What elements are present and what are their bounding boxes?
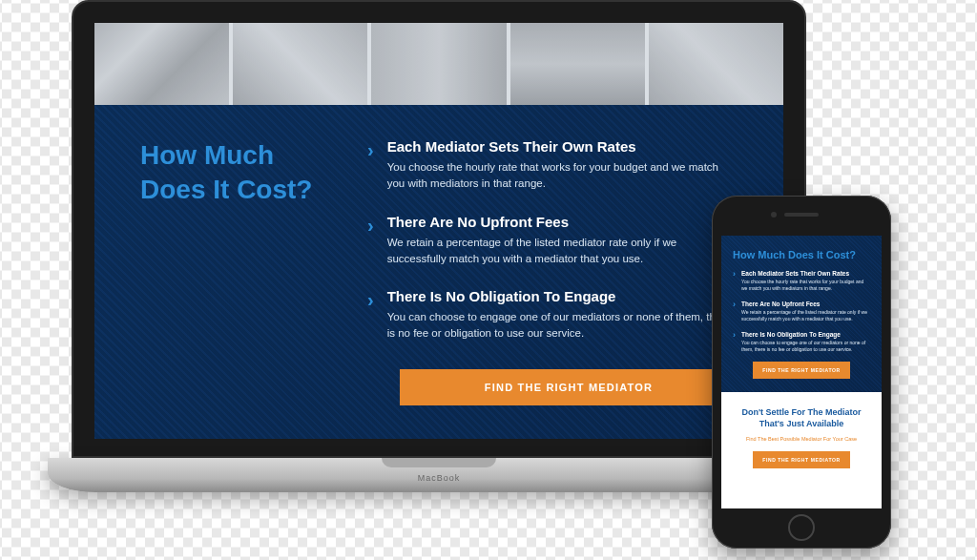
hero-image: [649, 23, 783, 105]
chevron-right-icon: ›: [367, 288, 374, 342]
hero-image-strip: [94, 23, 783, 105]
cost-item-desc: You choose the hourly rate that works fo…: [741, 279, 870, 292]
cost-item: › Each Mediator Sets Their Own Rates You…: [733, 270, 870, 292]
cost-item-desc: You can choose to engage one of our medi…: [387, 309, 738, 342]
phone-mockup: How Much Does It Cost? › Each Mediator S…: [712, 196, 891, 549]
phone-home-button[interactable]: [788, 514, 815, 541]
phone-speaker: [784, 213, 819, 217]
chevron-right-icon: ›: [733, 270, 736, 292]
cost-item: › Each Mediator Sets Their Own Rates You…: [367, 138, 738, 193]
cost-section: How Much Does It Cost? › Each Mediator S…: [94, 105, 783, 439]
chevron-right-icon: ›: [733, 331, 736, 353]
cost-item: › There Are No Upfront Fees We retain a …: [733, 301, 870, 322]
settle-subheading: Find The Best Possible Mediator For Your…: [733, 436, 870, 442]
hero-image: [371, 23, 506, 105]
laptop-mockup: How Much Does It Cost? › Each Mediator S…: [72, 0, 806, 515]
settle-heading: Don't Settle For The Mediator That's Jus…: [733, 407, 870, 429]
chevron-right-icon: ›: [733, 301, 736, 322]
find-mediator-button-mobile[interactable]: FIND THE RIGHT MEDIATOR: [753, 362, 849, 379]
cost-item-title: Each Mediator Sets Their Own Rates: [387, 138, 738, 155]
cost-item-title: There Are No Upfront Fees: [387, 214, 738, 230]
cost-item-desc: You choose the hourly rate that works fo…: [387, 159, 738, 193]
find-mediator-button-settle[interactable]: FIND THE RIGHT MEDIATOR: [753, 451, 849, 468]
chevron-right-icon: ›: [367, 214, 374, 268]
laptop-viewport: How Much Does It Cost? › Each Mediator S…: [94, 23, 783, 439]
cost-item-title: There Is No Obligation To Engage: [387, 288, 738, 304]
cost-item: › There Is No Obligation To Engage You c…: [733, 331, 870, 353]
laptop-hinge-notch: [382, 458, 496, 467]
laptop-bezel: How Much Does It Cost? › Each Mediator S…: [72, 0, 806, 458]
cost-list: › Each Mediator Sets Their Own Rates You…: [367, 138, 738, 410]
settle-section: Don't Settle For The Mediator That's Jus…: [721, 392, 882, 484]
cost-item: › There Is No Obligation To Engage You c…: [367, 288, 738, 342]
section-heading-mobile: How Much Does It Cost?: [733, 249, 870, 260]
laptop-brand-label: MacBook: [418, 473, 461, 483]
cost-section-mobile: How Much Does It Cost? › Each Mediator S…: [721, 236, 882, 392]
cost-item-title: There Is No Obligation To Engage: [741, 331, 870, 338]
phone-body: How Much Does It Cost? › Each Mediator S…: [712, 196, 891, 549]
cost-item-desc: You can choose to engage one of our medi…: [741, 340, 870, 353]
hero-image: [510, 23, 645, 105]
chevron-right-icon: ›: [367, 138, 374, 193]
section-heading: How Much Does It Cost?: [140, 138, 331, 410]
hero-image: [94, 23, 229, 105]
find-mediator-button[interactable]: FIND THE RIGHT MEDIATOR: [400, 369, 738, 405]
hero-image: [233, 23, 367, 105]
cost-item: › There Are No Upfront Fees We retain a …: [367, 214, 738, 268]
phone-viewport: How Much Does It Cost? › Each Mediator S…: [721, 236, 882, 508]
cost-item-title: Each Mediator Sets Their Own Rates: [741, 270, 870, 277]
cost-item-desc: We retain a percentage of the listed med…: [741, 309, 870, 322]
cost-item-desc: We retain a percentage of the listed med…: [387, 235, 738, 268]
phone-camera: [771, 212, 777, 218]
cost-item-title: There Are No Upfront Fees: [741, 301, 870, 307]
